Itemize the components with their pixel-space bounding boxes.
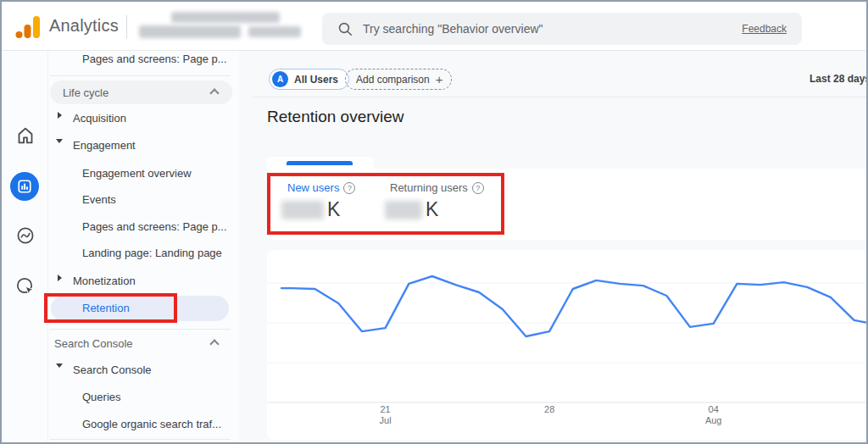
- redacted-metric-value: [385, 201, 422, 219]
- sidebar-item-acquisition[interactable]: Acquisition: [73, 110, 126, 127]
- metric-value-returning-users: K: [385, 198, 438, 221]
- sidebar-item-pages-screens-overflow[interactable]: Pages and screens: Page p...: [82, 51, 227, 68]
- x-axis-tick-label: 28: [544, 404, 554, 415]
- section-header-search-console[interactable]: Search Console: [54, 337, 133, 350]
- report-nav-sidebar: Pages and screens: Page p... Life cycle …: [48, 51, 239, 444]
- search-input[interactable]: Try searching "Behavior overview" Feedba…: [322, 13, 802, 45]
- add-comparison-label: Add comparison: [356, 74, 430, 86]
- sidebar-item-retention[interactable]: Retention: [82, 300, 130, 317]
- redacted-property-text-2: [248, 26, 301, 37]
- sidebar-item-queries[interactable]: Queries: [82, 389, 121, 406]
- expand-arrow-icon[interactable]: [58, 112, 62, 119]
- metric-value-new-users: K: [281, 198, 340, 221]
- home-icon[interactable]: [15, 125, 36, 146]
- segment-avatar: A: [272, 71, 288, 87]
- x-axis-tick-label: 21 Jul: [380, 404, 392, 426]
- sidebar-item-landing-page[interactable]: Landing page: Landing page: [82, 245, 222, 262]
- redacted-metric-value: [281, 201, 324, 219]
- analytics-logo-icon[interactable]: [15, 14, 42, 39]
- help-icon[interactable]: [343, 182, 355, 194]
- redacted-property-text: [139, 25, 241, 38]
- search-placeholder: Try searching "Behavior overview": [363, 22, 742, 36]
- metric-unit: K: [426, 198, 438, 221]
- x-axis-labels: 21 Jul2804 Aug: [267, 404, 868, 431]
- collapse-arrow-icon[interactable]: [56, 139, 63, 143]
- collapse-chevron-icon[interactable]: [209, 339, 219, 348]
- segment-label: All Users: [294, 74, 338, 86]
- active-tab-indicator: [287, 161, 353, 165]
- metrics-card: New users K Returning users K: [267, 169, 868, 240]
- section-header-lifecycle[interactable]: Life cycle: [63, 86, 108, 99]
- page-title: Retention overview: [267, 108, 404, 126]
- analytics-app-window: Analytics Try searching "Behavior overvi…: [0, 0, 868, 444]
- search-icon: [337, 21, 353, 36]
- sidebar-item-monetization[interactable]: Monetization: [73, 273, 136, 290]
- redacted-account-text: [171, 12, 280, 23]
- header-divider: [126, 15, 127, 39]
- top-app-bar: Analytics Try searching "Behavior overvi…: [2, 2, 868, 51]
- sidebar-divider: [50, 329, 231, 330]
- sidebar-divider: [50, 75, 231, 76]
- help-icon[interactable]: [472, 182, 484, 194]
- advertising-icon[interactable]: [15, 276, 36, 297]
- metric-unit: K: [327, 198, 340, 221]
- sidebar-divider: [50, 439, 231, 440]
- date-range-selector[interactable]: Last 28 days: [810, 73, 868, 85]
- reports-icon[interactable]: [10, 172, 39, 201]
- feedback-link[interactable]: Feedback: [742, 23, 787, 35]
- metric-label-text: New users: [287, 181, 339, 194]
- content-divider: [253, 97, 868, 97]
- nav-rail: [2, 51, 48, 444]
- plus-icon: [436, 73, 443, 86]
- expand-arrow-icon[interactable]: [58, 275, 62, 281]
- metric-tab-returning-users[interactable]: Returning users: [390, 181, 484, 194]
- sidebar-item-engagement-overview[interactable]: Engagement overview: [82, 165, 192, 182]
- explore-icon[interactable]: [15, 225, 36, 246]
- all-users-segment-chip[interactable]: A All Users: [269, 69, 349, 90]
- retention-chart-card: 21 Jul2804 Aug: [267, 250, 868, 440]
- add-comparison-button[interactable]: Add comparison: [345, 69, 452, 90]
- metric-label-text: Returning users: [390, 181, 468, 194]
- sidebar-item-events[interactable]: Events: [82, 191, 116, 208]
- sidebar-item-google-organic-search[interactable]: Google organic search traf...: [82, 416, 221, 433]
- collapse-arrow-icon[interactable]: [56, 364, 63, 368]
- metric-tab-new-users[interactable]: New users: [287, 181, 355, 194]
- x-axis-tick-label: 04 Aug: [705, 404, 722, 426]
- brand-name: Analytics: [49, 16, 119, 36]
- sidebar-item-engagement[interactable]: Engagement: [73, 137, 136, 154]
- retention-selected-bg: [51, 296, 229, 321]
- sidebar-item-pages-and-screens[interactable]: Pages and screens: Page p...: [82, 219, 227, 236]
- sidebar-item-search-console[interactable]: Search Console: [73, 362, 152, 379]
